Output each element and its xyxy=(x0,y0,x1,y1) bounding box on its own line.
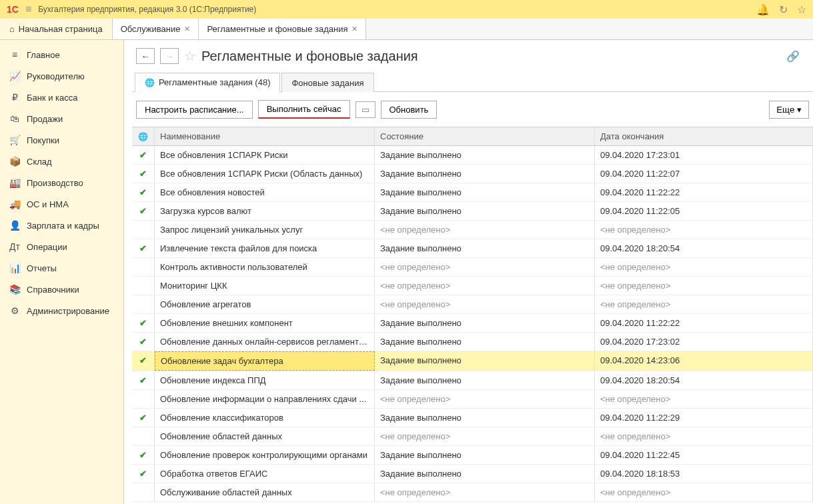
bell-icon[interactable]: 🔔 xyxy=(756,3,770,16)
name-cell: Обновление агрегатов xyxy=(155,295,375,313)
name-cell: Запрос лицензий уникальных услуг xyxy=(155,221,375,239)
sidebar-icon: 🛒 xyxy=(9,135,20,145)
table-row[interactable]: ✔Все обновления новостейЗадание выполнен… xyxy=(132,183,813,202)
subtab-scheduled[interactable]: 🌐 Регламентные задания (48) xyxy=(135,73,280,92)
sidebar-item[interactable]: 🛒Покупки xyxy=(0,129,123,151)
date-cell: <не определено> xyxy=(595,258,813,276)
star-icon[interactable]: ☆ xyxy=(797,3,806,16)
check-icon: ✔ xyxy=(139,243,147,253)
sidebar-item[interactable]: 📈Руководителю xyxy=(0,65,123,87)
col-status-header[interactable]: 🌐 xyxy=(132,127,155,145)
sidebar-item[interactable]: ⚙Администрирование xyxy=(0,300,123,321)
subtab-label: Фоновые задания xyxy=(291,78,363,88)
sidebar-item[interactable]: ≡Главное xyxy=(0,44,123,65)
table-header: 🌐 Наименование Состояние Дата окончания xyxy=(132,127,813,146)
state-cell: Задание выполнено xyxy=(375,314,595,332)
status-cell xyxy=(132,258,155,276)
date-cell: <не определено> xyxy=(595,390,813,408)
sidebar-item[interactable]: 🏭Производство xyxy=(0,172,123,193)
sidebar-item[interactable]: ДтОперации xyxy=(0,236,123,257)
date-cell: 09.04.2020 11:22:05 xyxy=(595,202,813,220)
table-row[interactable]: Обслуживание областей данных<не определе… xyxy=(132,483,813,502)
sidebar-label: Справочники xyxy=(27,285,79,295)
table-row[interactable]: ✔Обработка ответов ЕГАИСЗадание выполнен… xyxy=(132,465,813,483)
content: ← → ☆ Регламентные и фоновые задания 🔗 🌐… xyxy=(123,40,813,504)
refresh-button[interactable]: Обновить xyxy=(381,101,438,119)
close-icon[interactable]: ✕ xyxy=(351,25,357,33)
tab-obsluzhivanie[interactable]: Обслуживание ✕ xyxy=(113,19,199,39)
status-cell: ✔ xyxy=(132,202,155,220)
table-row[interactable]: ✔Обновление внешних компонентЗадание вып… xyxy=(132,314,813,333)
check-icon: ✔ xyxy=(139,169,147,179)
table-row[interactable]: ✔Все обновления 1СПАРК РискиЗадание выпо… xyxy=(132,146,813,165)
table-row[interactable]: ✔Обновление данных онлайн-сервисов регла… xyxy=(132,333,813,351)
sidebar-icon: ⚙ xyxy=(9,305,20,316)
sidebar-icon: 👤 xyxy=(9,220,20,231)
name-cell: Загрузка курсов валют xyxy=(155,202,375,220)
card-icon-button[interactable]: ▭ xyxy=(355,101,375,118)
table-row[interactable]: ✔Извлечение текста файлов для поискаЗада… xyxy=(132,239,813,258)
menu-icon[interactable]: ≡ xyxy=(25,3,31,15)
state-cell: Задание выполнено xyxy=(375,351,595,371)
date-cell: 09.04.2020 11:22:29 xyxy=(595,409,813,427)
forward-button[interactable]: → xyxy=(160,48,179,64)
table-row[interactable]: ✔Загрузка курсов валютЗадание выполнено0… xyxy=(132,202,813,221)
check-icon: ✔ xyxy=(139,150,147,160)
sidebar-label: ОС и НМА xyxy=(27,199,69,209)
sidebar-item[interactable]: 📚Справочники xyxy=(0,279,123,300)
sidebar-item[interactable]: 📦Склад xyxy=(0,151,123,172)
table-row[interactable]: Мониторинг ЦКК<не определено><не определ… xyxy=(132,277,813,295)
table-row[interactable]: Обновление информации о направлениях сда… xyxy=(132,390,813,409)
sidebar-item[interactable]: 🛍Продажи xyxy=(0,108,123,129)
table-row[interactable]: Запрос лицензий уникальных услуг<не опре… xyxy=(132,221,813,239)
sidebar: ≡Главное📈Руководителю₽Банк и касса🛍Прода… xyxy=(0,40,123,504)
status-cell: ✔ xyxy=(132,351,155,371)
table-row[interactable]: ✔Все обновления 1СПАРК Риски (Область да… xyxy=(132,165,813,183)
state-cell: <не определено> xyxy=(375,277,595,295)
execute-button[interactable]: Выполнить сейчас xyxy=(258,100,350,119)
state-cell: Задание выполнено xyxy=(375,333,595,351)
status-cell: ✔ xyxy=(132,446,155,464)
name-cell: Обновление информации о направлениях сда… xyxy=(155,390,375,408)
subtab-background[interactable]: Фоновые задания xyxy=(281,73,373,92)
back-button[interactable]: ← xyxy=(136,48,155,64)
status-cell: ✔ xyxy=(132,183,155,201)
table-row[interactable]: ✔Обновление задач бухгалтераЗадание выпо… xyxy=(132,351,813,371)
name-cell: Обновление данных онлайн-сервисов реглам… xyxy=(155,333,375,351)
table-row[interactable]: ✔Обновление индекса ППДЗадание выполнено… xyxy=(132,371,813,390)
status-cell xyxy=(132,390,155,408)
table-row[interactable]: ✔Обновление классификаторовЗадание выпол… xyxy=(132,409,813,427)
home-tab[interactable]: ⌂ Начальная страница xyxy=(0,19,113,39)
state-cell: <не определено> xyxy=(375,258,595,276)
sidebar-item[interactable]: ₽Банк и касса xyxy=(0,87,123,108)
sidebar-icon: 🚚 xyxy=(9,199,20,209)
sidebar-icon: 🏭 xyxy=(9,177,20,188)
table-row[interactable]: Контроль активности пользователей<не опр… xyxy=(132,258,813,277)
sidebar-item[interactable]: 📊Отчеты xyxy=(0,257,123,279)
close-icon[interactable]: ✕ xyxy=(184,25,190,33)
table-row[interactable]: Обновление агрегатов<не определено><не о… xyxy=(132,295,813,314)
col-state-header[interactable]: Состояние xyxy=(375,127,595,145)
schedule-button[interactable]: Настроить расписание... xyxy=(136,101,253,119)
sidebar-icon: ≡ xyxy=(9,49,20,60)
sidebar-item[interactable]: 👤Зарплата и кадры xyxy=(0,215,123,236)
status-cell xyxy=(132,295,155,313)
name-cell: Мониторинг ЦКК xyxy=(155,277,375,295)
status-cell: ✔ xyxy=(132,239,155,257)
table-row[interactable]: Обновление областей данных<не определено… xyxy=(132,427,813,446)
favorite-icon[interactable]: ☆ xyxy=(184,48,196,64)
history-icon[interactable]: ↻ xyxy=(779,3,788,16)
sidebar-icon: 📈 xyxy=(9,71,20,81)
sidebar-item[interactable]: 🚚ОС и НМА xyxy=(0,193,123,215)
table-row[interactable]: ✔Обновление проверок контролирующими орг… xyxy=(132,446,813,465)
link-icon[interactable]: 🔗 xyxy=(786,50,806,63)
date-cell: 09.04.2020 17:23:02 xyxy=(595,333,813,351)
check-icon: ✔ xyxy=(139,413,147,423)
col-name-header[interactable]: Наименование xyxy=(155,127,375,145)
more-button[interactable]: Еще ▾ xyxy=(769,101,809,119)
sidebar-label: Операции xyxy=(27,242,67,252)
col-date-header[interactable]: Дата окончания xyxy=(595,127,813,145)
tab-reglamentnye[interactable]: Регламентные и фоновые задания ✕ xyxy=(199,19,366,39)
name-cell: Обработка ответов ЕГАИС xyxy=(155,465,375,483)
state-cell: Задание выполнено xyxy=(375,146,595,164)
